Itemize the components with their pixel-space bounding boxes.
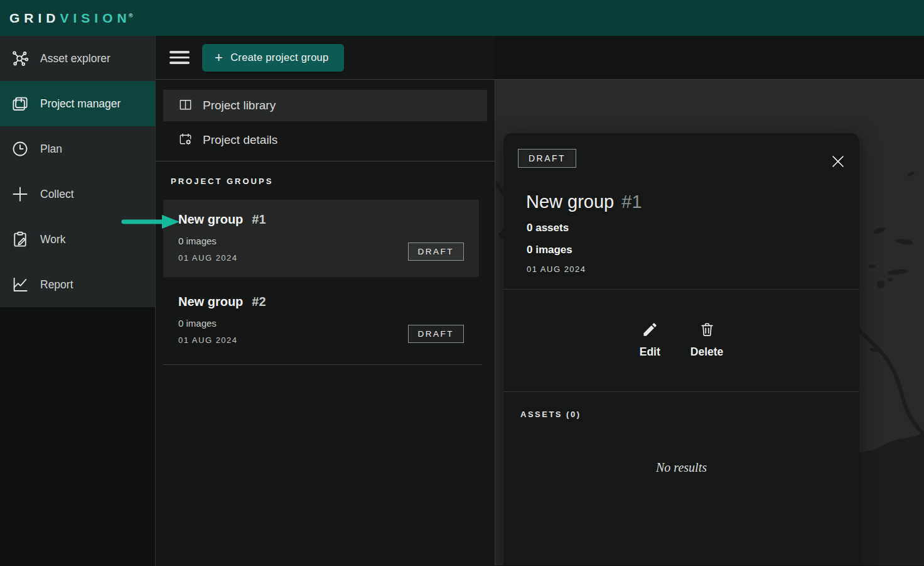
sidebar-item-work[interactable]: Work <box>0 217 155 262</box>
assets-section-heading: ASSETS (0) <box>520 410 859 419</box>
sidebar-item-asset-explorer[interactable]: Asset explorer <box>0 36 155 81</box>
nav-project-library[interactable]: Project library <box>163 90 487 121</box>
sidebar-item-label: Work <box>40 233 66 246</box>
divider <box>163 364 482 365</box>
no-results-text: No results <box>503 460 859 475</box>
sidebar-item-plan[interactable]: Plan <box>0 126 155 171</box>
detail-panel-notch <box>498 229 503 240</box>
group-tag: #1 <box>252 212 266 226</box>
sidebar-item-label: Project manager <box>40 97 121 111</box>
right-region: DRAFT New group#1 0 assets 0 images 01 A… <box>495 36 924 566</box>
nav-project-details[interactable]: Project details <box>163 124 487 156</box>
book-icon <box>178 97 193 114</box>
divider <box>503 391 859 392</box>
detail-group-name: New group <box>526 192 614 212</box>
sidebar-item-report[interactable]: Report <box>0 262 155 307</box>
chart-icon <box>9 273 31 296</box>
nav-row-label: Project details <box>203 133 277 147</box>
project-groups-heading: PROJECT GROUPS <box>171 177 495 186</box>
right-top-strip <box>495 36 924 80</box>
project-manager-panel: + Create project group Project library <box>156 36 495 566</box>
clock-icon <box>9 138 31 160</box>
panel-toolbar: + Create project group <box>156 36 495 80</box>
group-title: New group#1 <box>178 211 464 227</box>
trash-icon <box>699 321 716 338</box>
detail-date: 01 AUG 2024 <box>527 264 859 274</box>
menu-toggle-button[interactable] <box>169 50 190 65</box>
group-title: New group#2 <box>178 293 464 310</box>
clipboard-icon <box>9 228 31 251</box>
group-detail-panel: DRAFT New group#1 0 assets 0 images 01 A… <box>503 133 859 565</box>
project-group-list: New group#1 0 images 01 AUG 2024 DRAFT N… <box>163 200 479 359</box>
edit-label: Edit <box>640 346 660 359</box>
sidebar-item-label: Asset explorer <box>40 52 110 65</box>
app-window: GRIDVISION® Asset explorer <box>0 0 924 566</box>
status-badge: DRAFT <box>518 149 576 168</box>
detail-title: New group#1 <box>526 192 859 212</box>
gridvision-logo: GRIDVISION® <box>9 11 132 26</box>
sidebar-item-label: Collect <box>40 188 74 201</box>
close-button[interactable] <box>825 149 851 174</box>
detail-images-count: 0 images <box>527 244 859 256</box>
plus-icon <box>9 183 31 205</box>
close-icon <box>830 154 846 169</box>
panel-nav: Project library Project details <box>156 80 495 156</box>
status-badge: DRAFT <box>408 242 465 261</box>
sidebar: Asset explorer Project manager <box>0 36 156 566</box>
detail-actions: Edit Delete <box>503 290 859 391</box>
edit-button[interactable]: Edit <box>640 321 660 359</box>
divider <box>156 161 495 161</box>
create-button-label: Create project group <box>230 52 328 63</box>
project-group-card-2[interactable]: New group#2 0 images 01 AUG 2024 DRAFT <box>163 282 479 359</box>
detail-badge-row: DRAFT <box>503 133 859 174</box>
status-badge: DRAFT <box>408 325 465 343</box>
group-name: New group <box>178 295 243 308</box>
delete-button[interactable]: Delete <box>690 321 724 359</box>
nav-row-label: Project library <box>203 99 276 112</box>
sidebar-nav: Asset explorer Project manager <box>0 36 155 307</box>
logo-vision: VISION <box>60 11 131 25</box>
sidebar-item-collect[interactable]: Collect <box>0 171 155 217</box>
group-tag: #2 <box>252 295 266 308</box>
logo-grid: GRID <box>9 11 60 25</box>
planner-icon <box>9 92 31 115</box>
detail-assets-count: 0 assets <box>527 222 859 234</box>
plus-icon: + <box>215 51 223 65</box>
group-name: New group <box>178 212 243 226</box>
create-project-group-button[interactable]: + Create project group <box>202 44 344 72</box>
sidebar-item-label: Plan <box>40 143 62 156</box>
pencil-icon <box>642 321 658 338</box>
map-background: DRAFT New group#1 0 assets 0 images 01 A… <box>495 80 924 565</box>
delete-label: Delete <box>690 346 724 359</box>
sidebar-item-project-manager[interactable]: Project manager <box>0 81 155 126</box>
detail-group-tag: #1 <box>621 192 642 212</box>
registered-mark: ® <box>129 13 133 19</box>
network-icon <box>9 47 31 70</box>
project-group-card-1[interactable]: New group#1 0 images 01 AUG 2024 DRAFT <box>163 200 479 277</box>
calendar-gear-icon <box>178 132 193 149</box>
sidebar-item-label: Report <box>40 278 73 291</box>
app-header: GRIDVISION® <box>0 0 924 36</box>
